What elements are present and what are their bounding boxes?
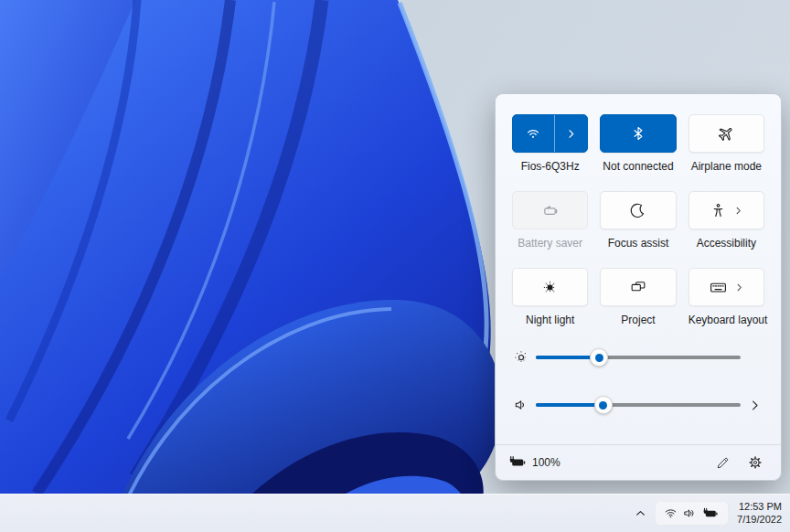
brightness-slider[interactable] <box>536 349 741 366</box>
tile-night-light: Night light <box>512 268 588 326</box>
quick-settings-tray-button[interactable] <box>655 501 729 526</box>
moon-icon <box>629 202 646 219</box>
wifi-expand-button[interactable] <box>555 115 588 152</box>
quick-settings-grid: Fios-6Q3Hz Not connected <box>496 94 781 326</box>
chevron-right-icon <box>565 128 577 140</box>
tile-keyboard-layout: Keyboard layout <box>689 268 764 326</box>
wifi-toggle[interactable] <box>513 115 554 152</box>
tile-row-3: Night light Project <box>512 268 764 326</box>
panel-footer: 100% <box>496 444 781 480</box>
wifi-label: Fios-6Q3Hz <box>512 160 588 173</box>
bluetooth-icon <box>630 125 646 142</box>
battery-charging-icon <box>508 455 528 470</box>
sun-icon <box>541 279 559 296</box>
keyboard-icon <box>709 278 728 297</box>
wifi-button[interactable] <box>512 114 588 153</box>
accessibility-icon <box>710 202 727 219</box>
volume-slider[interactable] <box>536 397 741 413</box>
bluetooth-label: Not connected <box>600 160 676 173</box>
tray-volume-icon <box>683 506 697 520</box>
night-light-label: Night light <box>512 314 588 326</box>
airplane-icon <box>717 124 735 143</box>
focus-assist-label: Focus assist <box>600 237 676 250</box>
night-light-button[interactable] <box>512 268 588 306</box>
volume-fill <box>536 403 603 407</box>
volume-thumb[interactable] <box>594 396 613 414</box>
airplane-mode-label: Airplane mode <box>689 160 764 173</box>
desktop-screen: Fios-6Q3Hz Not connected <box>0 0 790 532</box>
tray-battery-charging-icon <box>702 507 720 520</box>
brightness-slider-row <box>512 345 764 370</box>
bluetooth-button[interactable] <box>600 114 676 153</box>
tile-project: Project <box>600 268 676 326</box>
system-tray: 12:53 PM 7/19/2022 <box>629 495 785 532</box>
tile-battery-saver: Battery saver <box>512 191 588 250</box>
battery-saver-icon <box>540 201 560 220</box>
volume-slider-row <box>512 392 764 418</box>
brightness-thumb[interactable] <box>590 348 608 367</box>
accessibility-chevron-icon <box>733 206 743 216</box>
accessibility-button[interactable] <box>689 191 764 229</box>
clock-time: 12:53 PM <box>737 501 782 514</box>
battery-status[interactable]: 100% <box>508 455 560 470</box>
brightness-icon <box>512 349 530 366</box>
clock-date: 7/19/2022 <box>737 514 782 527</box>
settings-gear-icon[interactable] <box>742 451 768 474</box>
tile-wifi: Fios-6Q3Hz <box>512 114 588 173</box>
project-screens-icon <box>629 278 647 296</box>
speaker-icon <box>512 397 530 413</box>
wifi-icon <box>524 124 542 143</box>
quick-settings-panel: Fios-6Q3Hz Not connected <box>495 93 782 481</box>
accessibility-label: Accessibility <box>689 237 764 250</box>
volume-expand-button[interactable] <box>744 393 764 417</box>
battery-saver-label: Battery saver <box>512 237 588 250</box>
project-label: Project <box>600 314 676 326</box>
sliders-section <box>496 345 781 418</box>
keyboard-layout-button[interactable] <box>689 268 764 306</box>
tile-airplane-mode: Airplane mode <box>689 114 764 173</box>
keyboard-layout-chevron-icon <box>734 282 744 293</box>
battery-saver-button <box>512 191 588 229</box>
tile-focus-assist: Focus assist <box>600 191 676 250</box>
battery-percent-text: 100% <box>532 456 560 469</box>
edit-quick-settings-button[interactable] <box>710 451 735 474</box>
tile-bluetooth: Not connected <box>600 114 676 173</box>
tray-overflow-button[interactable] <box>629 502 651 526</box>
chevron-up-icon <box>635 507 646 519</box>
project-button[interactable] <box>600 268 676 306</box>
focus-assist-button[interactable] <box>600 191 676 229</box>
tile-accessibility: Accessibility <box>689 191 764 250</box>
tray-wifi-icon <box>664 506 678 520</box>
tile-row-1: Fios-6Q3Hz Not connected <box>512 114 764 173</box>
airplane-mode-button[interactable] <box>689 114 764 153</box>
taskbar-clock[interactable]: 12:53 PM 7/19/2022 <box>737 501 782 526</box>
tile-row-2: Battery saver Focus assist <box>512 191 764 250</box>
taskbar: 12:53 PM 7/19/2022 <box>0 494 790 532</box>
keyboard-layout-label: Keyboard layout <box>689 314 764 326</box>
